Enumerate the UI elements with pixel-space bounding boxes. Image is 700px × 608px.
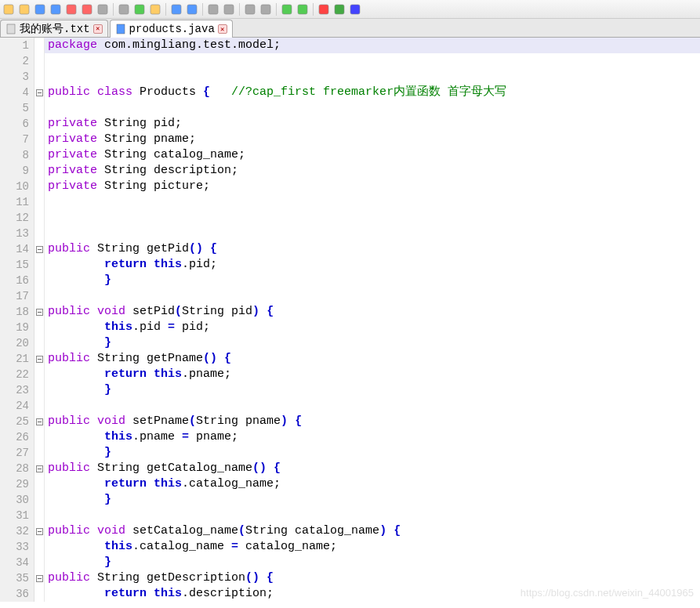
code-line[interactable]: }: [45, 335, 700, 351]
fold-toggle-icon[interactable]: [34, 461, 44, 476]
code-line[interactable]: [45, 508, 700, 523]
code-line[interactable]: [45, 53, 700, 69]
fold-empty: [34, 382, 44, 398]
code-line[interactable]: }: [45, 492, 700, 508]
code-line[interactable]: [45, 398, 700, 414]
code-line[interactable]: this.pname = pname;: [45, 429, 700, 445]
fold-toggle-icon[interactable]: [34, 241, 44, 257]
fold-toggle-icon[interactable]: [34, 351, 44, 367]
copy-icon[interactable]: [132, 2, 147, 16]
code-line[interactable]: return this.pname;: [45, 367, 700, 382]
new-icon[interactable]: [2, 2, 16, 16]
svg-rect-16: [282, 5, 292, 14]
code-line[interactable]: public String getPname() {: [45, 351, 700, 367]
close-icon[interactable]: [64, 2, 78, 16]
code-line[interactable]: [45, 100, 700, 116]
code-line[interactable]: }: [45, 445, 700, 461]
svg-rect-0: [4, 5, 13, 14]
svg-rect-18: [319, 5, 328, 14]
code-line[interactable]: private String picture;: [45, 179, 700, 194]
fold-empty: [34, 398, 44, 414]
code-editor[interactable]: 1234567891011121314151617181920212223242…: [0, 38, 700, 602]
replace-icon[interactable]: [222, 2, 236, 16]
wrap-icon[interactable]: [280, 2, 294, 16]
code-line[interactable]: public void setPname(String pname) {: [45, 414, 700, 429]
code-line[interactable]: public String getCatalog_name() {: [45, 461, 700, 476]
code-line[interactable]: public void setPid(String pid) {: [45, 304, 700, 320]
svg-rect-1: [20, 5, 29, 14]
code-line[interactable]: [45, 210, 700, 226]
code-line[interactable]: this.pid = pid;: [45, 320, 700, 335]
code-line[interactable]: package com.mingliang.test.model;: [45, 38, 700, 53]
code-line[interactable]: return this.catalog_name;: [45, 476, 700, 492]
line-number: 18: [0, 304, 29, 320]
toolbar-separator: [202, 3, 203, 16]
code-line[interactable]: public class Products { //?cap_first fre…: [45, 85, 700, 100]
tab-0[interactable]: 我的账号.txt✕: [0, 20, 108, 37]
macro-rec-icon[interactable]: [317, 2, 331, 16]
paste-icon[interactable]: [148, 2, 162, 16]
code-line[interactable]: private String catalog_name;: [45, 147, 700, 163]
code-line[interactable]: }: [45, 382, 700, 398]
code-line[interactable]: private String pname;: [45, 132, 700, 147]
fold-toggle-icon[interactable]: [34, 570, 44, 586]
code-line[interactable]: private String description;: [45, 163, 700, 179]
zoom-in-icon[interactable]: [243, 2, 257, 16]
fold-empty: [34, 53, 44, 69]
code-line[interactable]: public String getPid() {: [45, 241, 700, 257]
macro-play-icon[interactable]: [332, 2, 346, 16]
code-line[interactable]: }: [45, 555, 700, 570]
fold-empty: [34, 38, 44, 53]
svg-rect-6: [98, 5, 107, 14]
code-line[interactable]: public String getDescription() {: [45, 570, 700, 586]
svg-rect-10: [172, 5, 181, 14]
print-icon[interactable]: [96, 2, 110, 16]
code-area[interactable]: https://blog.csdn.net/weixin_44001965 pa…: [45, 38, 700, 602]
watermark-text: https://blog.csdn.net/weixin_44001965: [520, 587, 694, 599]
find-icon[interactable]: [206, 2, 220, 16]
undo-icon[interactable]: [169, 2, 183, 16]
fold-toggle-icon[interactable]: [34, 85, 44, 100]
java-file-icon: [115, 24, 126, 34]
line-number: 1: [0, 38, 29, 53]
line-number: 6: [0, 116, 29, 132]
save-all-icon[interactable]: [49, 2, 63, 16]
line-number: 29: [0, 476, 29, 492]
fold-empty: [34, 116, 44, 132]
svg-rect-5: [82, 5, 92, 14]
svg-rect-21: [7, 24, 15, 34]
code-line[interactable]: public void setCatalog_name(String catal…: [45, 523, 700, 539]
macro-stop-icon[interactable]: [348, 2, 362, 16]
line-number: 34: [0, 555, 29, 570]
svg-rect-19: [335, 5, 344, 14]
code-line[interactable]: [45, 288, 700, 304]
svg-rect-22: [117, 24, 125, 34]
fold-empty: [34, 288, 44, 304]
tab-1[interactable]: products.java✕: [110, 20, 233, 38]
fold-toggle-icon[interactable]: [34, 304, 44, 320]
code-line[interactable]: [45, 69, 700, 85]
fold-toggle-icon[interactable]: [34, 414, 44, 429]
fold-empty: [34, 147, 44, 163]
close-icon[interactable]: ✕: [218, 24, 227, 34]
fold-empty: [34, 100, 44, 116]
fold-empty: [34, 179, 44, 194]
close-all-icon[interactable]: [80, 2, 94, 16]
open-icon[interactable]: [17, 2, 31, 16]
fold-empty: [34, 163, 44, 179]
line-number: 16: [0, 273, 29, 288]
line-number: 32: [0, 523, 29, 539]
save-icon[interactable]: [33, 2, 47, 16]
code-line[interactable]: private String pid;: [45, 116, 700, 132]
show-ws-icon[interactable]: [296, 2, 310, 16]
fold-toggle-icon[interactable]: [34, 523, 44, 539]
zoom-out-icon[interactable]: [259, 2, 273, 16]
cut-icon[interactable]: [117, 2, 131, 16]
code-line[interactable]: this.catalog_name = catalog_name;: [45, 539, 700, 555]
code-line[interactable]: return this.pid;: [45, 257, 700, 273]
close-icon[interactable]: ✕: [93, 24, 103, 34]
code-line[interactable]: }: [45, 273, 700, 288]
code-line[interactable]: [45, 226, 700, 241]
redo-icon[interactable]: [185, 2, 199, 16]
code-line[interactable]: [45, 194, 700, 210]
